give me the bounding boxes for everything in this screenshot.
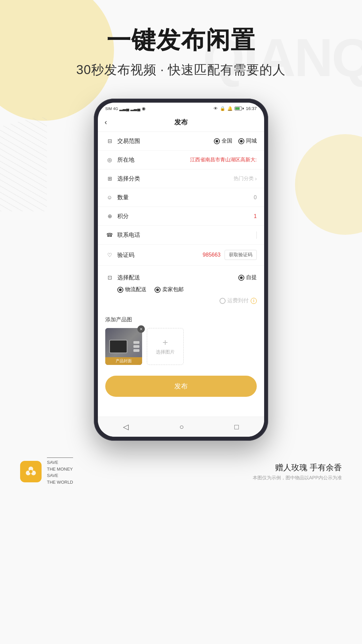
logo-svg xyxy=(25,466,37,478)
quantity-label: 数量 xyxy=(117,194,147,201)
phone-row[interactable]: ☎ 联系电话 xyxy=(98,226,264,245)
radio-seller-shipping[interactable]: 卖家包邮 xyxy=(155,286,184,293)
logo-text-block: SAVE THE MONEY SAVE THE WORLD xyxy=(47,458,73,485)
category-row[interactable]: ⊞ 选择分类 热门分类 › xyxy=(98,169,264,188)
logistics-label: 物流配送 xyxy=(125,286,146,293)
add-image-label: 选择图片 xyxy=(156,349,175,355)
logo-tagline: SAVE THE MONEY SAVE THE WORLD xyxy=(47,459,73,485)
footer-section: SAVE THE MONEY SAVE THE WORLD 赠人玫瑰 手有余香 … xyxy=(0,447,362,485)
phone-inner: SIM 4G ▂▃▄ ▂▃▄ ◉ 👁 🔒 🔔 xyxy=(98,103,264,437)
remove-image-button[interactable]: × xyxy=(137,325,145,333)
status-right: 👁 🔒 🔔 16:37 xyxy=(214,106,257,111)
status-bar: SIM 4G ▂▃▄ ▂▃▄ ◉ 👁 🔒 🔔 xyxy=(98,103,264,113)
product-section: 添加产品图 xyxy=(98,311,264,370)
seller-shipping-label: 卖家包邮 xyxy=(162,286,184,293)
status-left: SIM 4G ▂▃▄ ▂▃▄ ◉ xyxy=(105,106,145,111)
location-value: 江西省南昌市青山湖区高新大: xyxy=(147,157,257,163)
sim-icon: SIM xyxy=(105,107,112,111)
radio-freight-collect[interactable]: 运费到付 xyxy=(220,297,249,304)
verify-icon: ♡ xyxy=(105,252,114,258)
phone-container: SIM 4G ▂▃▄ ▂▃▄ ◉ 👁 🔒 🔔 xyxy=(0,99,362,441)
transaction-radio-group: 全国 同城 xyxy=(214,138,257,145)
nav-home-icon[interactable]: ○ xyxy=(179,423,184,431)
transaction-icon: ⊟ xyxy=(105,138,114,144)
lock-icon: 🔒 xyxy=(220,106,225,111)
app-logo-icon xyxy=(20,461,42,482)
form-content: ⊟ 交易范围 全国 同城 xyxy=(98,132,264,397)
radio-local-label: 同城 xyxy=(246,138,257,145)
delivery-label: 选择配送 xyxy=(117,274,147,281)
freight-collect-label: 运费到付 xyxy=(227,297,249,304)
app-title: 发布 xyxy=(174,118,188,127)
category-label: 选择分类 xyxy=(117,175,147,182)
back-button[interactable]: ‹ xyxy=(105,118,107,127)
header-section: 一键发布闲置 30秒发布视频 · 快速匹配有需要的人 xyxy=(0,0,362,78)
category-icon: ⊞ xyxy=(105,175,114,182)
points-label: 积分 xyxy=(117,212,147,220)
footer-right: 赠人玫瑰 手有余香 本图仅为示例，图中物品以APP内公示为准 xyxy=(253,462,342,481)
phone-label: 联系电话 xyxy=(117,231,147,239)
wifi-icon: ◉ xyxy=(142,106,145,111)
nav-recents-icon[interactable]: □ xyxy=(234,423,239,431)
quantity-value: 0 xyxy=(147,195,257,201)
publish-button[interactable]: 发布 xyxy=(105,376,257,397)
delivery-main-row: ⊡ 选择配送 自提 xyxy=(98,268,264,284)
chevron-right-icon: › xyxy=(255,176,257,182)
verify-code-value: 985663 xyxy=(203,252,221,258)
nav-back-icon[interactable]: ◁ xyxy=(123,423,129,431)
svg-point-3 xyxy=(29,470,33,473)
phone-nav: ◁ ○ □ xyxy=(98,417,264,437)
transaction-label: 交易范围 xyxy=(117,137,147,145)
logo-line-1: SAVE xyxy=(47,460,58,465)
signal-4g: 4G xyxy=(113,107,118,111)
product-section-label: 添加产品图 xyxy=(105,316,257,323)
delivery-options-row: 物流配送 卖家包邮 xyxy=(98,284,264,295)
delivery-sub-row: 运费到付 i xyxy=(98,295,264,308)
sub-title: 30秒发布视频 · 快速匹配有需要的人 xyxy=(0,61,362,78)
verify-row: ♡ 验证码 985663 获取验证码 xyxy=(98,245,264,266)
sound-icon: 🔔 xyxy=(227,106,233,111)
transaction-range-row: ⊟ 交易范围 全国 同城 xyxy=(98,132,264,151)
points-value: 1 xyxy=(147,213,257,219)
quantity-icon: ☺ xyxy=(105,195,114,201)
location-row[interactable]: ◎ 所在地 江西省南昌市青山湖区高新大: xyxy=(98,151,264,169)
image-row: 产品封面 × + 选择图片 xyxy=(105,328,257,365)
add-image-button[interactable]: + 选择图片 xyxy=(147,328,184,365)
time-display: 16:37 xyxy=(246,106,257,111)
phone-icon: ☎ xyxy=(105,232,114,238)
verify-label: 验证码 xyxy=(117,251,147,259)
radio-item-local[interactable]: 同城 xyxy=(238,138,257,145)
delivery-radio-self: 自提 xyxy=(238,274,257,281)
battery xyxy=(235,107,244,110)
app-header: ‹ 发布 xyxy=(98,113,264,132)
footer-note: 本图仅为示例，图中物品以APP内公示为准 xyxy=(253,475,342,481)
info-icon[interactable]: i xyxy=(251,298,257,304)
self-pickup-label: 自提 xyxy=(246,274,257,281)
main-title: 一键发布闲置 xyxy=(0,27,362,53)
location-label: 所在地 xyxy=(117,156,147,164)
quantity-row[interactable]: ☺ 数量 0 xyxy=(98,188,264,207)
footer-slogan: 赠人玫瑰 手有余香 xyxy=(253,462,342,473)
logo-line-2: THE MONEY xyxy=(47,467,73,472)
phone-divider xyxy=(256,231,257,239)
get-verify-code-button[interactable]: 获取验证码 xyxy=(225,250,257,260)
radio-item-nationwide[interactable]: 全国 xyxy=(214,138,232,145)
phone-outer: SIM 4G ▂▃▄ ▂▃▄ ◉ 👁 🔒 🔔 xyxy=(94,99,268,441)
signal-bars2: ▂▃▄ xyxy=(130,106,140,111)
footer-logo: SAVE THE MONEY SAVE THE WORLD xyxy=(20,458,73,485)
radio-self-pickup[interactable]: 自提 xyxy=(238,274,257,281)
category-value: 热门分类 xyxy=(234,175,254,182)
logo-line-3: SAVE xyxy=(47,473,58,478)
points-row[interactable]: ⊕ 积分 1 xyxy=(98,207,264,226)
radio-logistics[interactable]: 物流配送 xyxy=(117,286,146,293)
eye-icon: 👁 xyxy=(214,106,218,111)
signal-bars: ▂▃▄ xyxy=(119,106,129,111)
phone-scroll: ⊟ 交易范围 全国 同城 xyxy=(98,132,264,434)
points-icon: ⊕ xyxy=(105,213,114,219)
product-cover-badge: 产品封面 xyxy=(105,357,142,365)
oven-controls xyxy=(133,341,139,352)
location-icon: ◎ xyxy=(105,157,114,163)
radio-nationwide-label: 全国 xyxy=(222,138,232,145)
delivery-section: ⊡ 选择配送 自提 物 xyxy=(98,268,264,308)
product-image-wrapper: 产品封面 × xyxy=(105,328,142,365)
